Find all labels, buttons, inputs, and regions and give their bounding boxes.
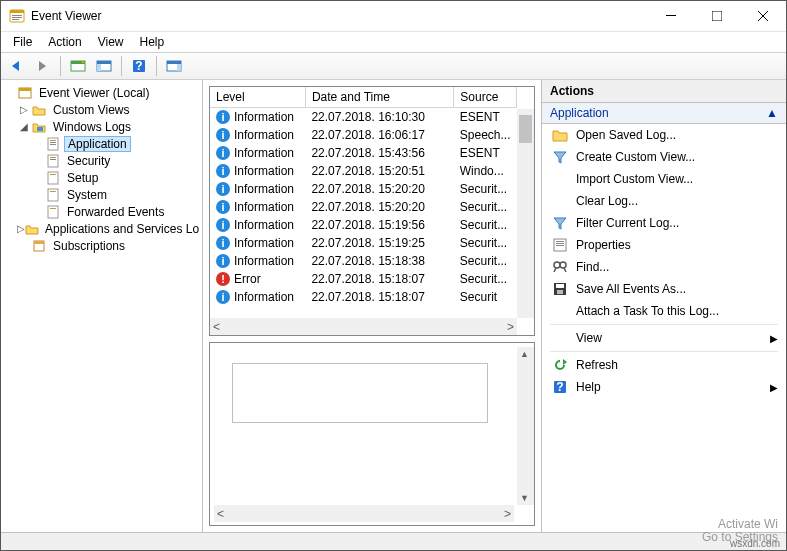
action-properties[interactable]: Properties [542, 234, 786, 256]
tree-setup[interactable]: Setup [3, 169, 200, 186]
cell-level: iInformation [210, 234, 305, 252]
action-save-all-events-as[interactable]: Save All Events As... [542, 278, 786, 300]
help-button[interactable]: ? [127, 55, 151, 77]
show-tree-button[interactable] [66, 55, 90, 77]
close-button[interactable] [740, 1, 786, 31]
cell-level: !Error [210, 270, 305, 288]
svg-rect-31 [50, 159, 56, 160]
panel2-button[interactable] [162, 55, 186, 77]
cell-source: Windo... [454, 162, 517, 180]
table-row[interactable]: iInformation22.07.2018. 16:10:30ESENT [210, 108, 517, 126]
vertical-scrollbar[interactable]: ▲ ▼ [517, 347, 534, 505]
minimize-button[interactable] [648, 1, 694, 31]
col-date[interactable]: Date and Time [305, 87, 453, 108]
refresh-icon [552, 357, 568, 373]
menu-action[interactable]: Action [40, 33, 89, 51]
expand-icon[interactable]: ▷ [17, 223, 25, 234]
tree-root[interactable]: Event Viewer (Local) [3, 84, 200, 101]
table-row[interactable]: iInformation22.07.2018. 16:06:17Speech..… [210, 126, 517, 144]
chevron-right-icon: ▶ [770, 382, 778, 393]
col-level[interactable]: Level [210, 87, 305, 108]
tree-subscriptions[interactable]: Subscriptions [3, 237, 200, 254]
actions-title: Actions [542, 80, 786, 103]
table-row[interactable]: iInformation22.07.2018. 15:18:07Securit [210, 288, 517, 306]
save-icon [552, 281, 568, 297]
action-refresh[interactable]: Refresh [542, 354, 786, 376]
table-row[interactable]: iInformation22.07.2018. 15:20:20Securit.… [210, 198, 517, 216]
cell-source: Securit... [454, 270, 517, 288]
svg-rect-49 [556, 284, 564, 288]
forward-button[interactable] [31, 55, 55, 77]
props-icon [552, 237, 568, 253]
vertical-scrollbar[interactable] [517, 109, 534, 318]
table-row[interactable]: iInformation22.07.2018. 15:18:38Securit.… [210, 252, 517, 270]
tree-forwarded[interactable]: Forwarded Events [3, 203, 200, 220]
action-open-saved-log[interactable]: Open Saved Log... [542, 124, 786, 146]
menu-file[interactable]: File [5, 33, 40, 51]
action-help[interactable]: ?Help▶ [542, 376, 786, 398]
action-create-custom-view[interactable]: Create Custom View... [542, 146, 786, 168]
info-icon: i [216, 146, 230, 160]
folder-icon [552, 127, 568, 143]
table-row[interactable]: iInformation22.07.2018. 15:19:25Securit.… [210, 234, 517, 252]
svg-rect-42 [556, 243, 564, 244]
cell-source: Securit... [454, 234, 517, 252]
tree-custom-views[interactable]: ▷ Custom Views [3, 101, 200, 118]
info-icon: i [216, 164, 230, 178]
blank-icon [552, 303, 568, 319]
svg-rect-5 [666, 15, 676, 16]
table-row[interactable]: iInformation22.07.2018. 15:20:20Securit.… [210, 180, 517, 198]
cell-source: Securit... [454, 216, 517, 234]
funnel-icon [552, 215, 568, 231]
svg-line-46 [554, 268, 556, 272]
info-icon: i [216, 128, 230, 142]
action-import-custom-view[interactable]: Import Custom View... [542, 168, 786, 190]
tree-windows-logs[interactable]: ◢ Windows Logs [3, 118, 200, 135]
table-row[interactable]: !Error22.07.2018. 15:18:07Securit... [210, 270, 517, 288]
svg-rect-4 [12, 19, 19, 20]
info-icon: i [216, 290, 230, 304]
info-icon: i [216, 110, 230, 124]
action-clear-log[interactable]: Clear Log... [542, 190, 786, 212]
table-row[interactable]: iInformation22.07.2018. 15:19:56Securit.… [210, 216, 517, 234]
tree-system[interactable]: System [3, 186, 200, 203]
col-source[interactable]: Source [454, 87, 517, 108]
svg-rect-21 [177, 64, 181, 71]
svg-line-47 [564, 268, 566, 272]
menu-help[interactable]: Help [132, 33, 173, 51]
svg-rect-3 [12, 17, 22, 18]
detail-inner-box [232, 363, 488, 423]
actions-pane: Actions Application ▲ Open Saved Log...C… [542, 80, 786, 532]
tree-application[interactable]: Application [3, 135, 200, 152]
maximize-button[interactable] [694, 1, 740, 31]
table-row[interactable]: iInformation22.07.2018. 15:20:51Windo... [210, 162, 517, 180]
actions-context[interactable]: Application ▲ [542, 103, 786, 124]
log-icon [45, 136, 61, 152]
action-filter-current-log[interactable]: Filter Current Log... [542, 212, 786, 234]
horizontal-scrollbar[interactable]: <> [214, 505, 514, 522]
log-icon [45, 153, 61, 169]
events-grid[interactable]: Level Date and Time Source iInformation2… [209, 86, 535, 336]
table-row[interactable]: iInformation22.07.2018. 15:43:56ESENT [210, 144, 517, 162]
horizontal-scrollbar[interactable]: <> [210, 318, 517, 335]
cell-source: Securit [454, 288, 517, 306]
action-find[interactable]: Find... [542, 256, 786, 278]
app-icon [9, 8, 25, 24]
chevron-right-icon: ▶ [770, 333, 778, 344]
tree-apps-services[interactable]: ▷ Applications and Services Lo [3, 220, 200, 237]
folder-icon [25, 221, 39, 237]
toolbar: ? [1, 52, 786, 80]
cell-level: iInformation [210, 180, 305, 198]
action-attach-a-task-to-this-log[interactable]: Attach a Task To this Log... [542, 300, 786, 322]
expand-icon[interactable]: ▷ [17, 104, 31, 115]
cell-source: Speech... [454, 126, 517, 144]
action-view[interactable]: View▶ [542, 327, 786, 349]
back-button[interactable] [5, 55, 29, 77]
info-icon: i [216, 218, 230, 232]
svg-rect-29 [48, 155, 58, 167]
menu-view[interactable]: View [90, 33, 132, 51]
tree-security[interactable]: Security [3, 152, 200, 169]
panel1-button[interactable] [92, 55, 116, 77]
eventviewer-icon [17, 85, 33, 101]
collapse-icon[interactable]: ◢ [17, 121, 31, 132]
